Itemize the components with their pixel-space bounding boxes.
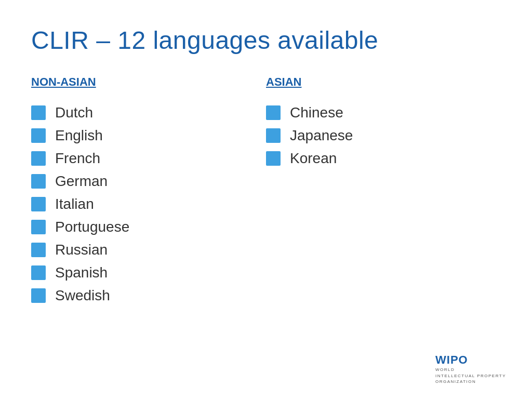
bullet-icon: [31, 243, 46, 257]
bullet-icon: [266, 105, 281, 120]
language-label: Portuguese: [55, 219, 129, 235]
language-label: Korean: [290, 150, 337, 167]
wipo-subtext-line3: ORGANIZATION: [435, 379, 476, 384]
wipo-main-text: WIPO: [435, 353, 468, 367]
language-label: Russian: [55, 242, 108, 258]
bullet-icon: [31, 151, 46, 166]
language-label: French: [55, 150, 100, 167]
bullet-icon: [31, 197, 46, 211]
language-label: Chinese: [290, 104, 343, 121]
list-item: Chinese: [266, 104, 501, 121]
content-columns: NON-ASIAN Dutch English French: [31, 75, 501, 310]
list-item: German: [31, 173, 266, 190]
bullet-icon: [31, 105, 46, 120]
bullet-icon: [31, 220, 46, 234]
asian-column: ASIAN Chinese Japanese Korean: [266, 75, 501, 310]
language-label: Swedish: [55, 287, 110, 304]
wipo-logo: WIPO WORLD INTELLECTUAL PROPERTY ORGANIZ…: [435, 353, 506, 384]
language-label: Dutch: [55, 104, 93, 121]
language-label: Spanish: [55, 264, 108, 281]
list-item: Italian: [31, 196, 266, 212]
wipo-subtext-line1: WORLD: [435, 367, 455, 373]
list-item: Japanese: [266, 127, 501, 144]
language-label: German: [55, 173, 108, 190]
asian-heading: ASIAN: [266, 75, 501, 89]
language-label: Japanese: [290, 127, 353, 144]
bullet-icon: [266, 128, 281, 143]
list-item: Russian: [31, 242, 266, 258]
list-item: Swedish: [31, 287, 266, 304]
list-item: English: [31, 127, 266, 144]
non-asian-column: NON-ASIAN Dutch English French: [31, 75, 266, 310]
language-label: English: [55, 127, 103, 144]
bullet-icon: [31, 265, 46, 280]
list-item: Dutch: [31, 104, 266, 121]
page-title: CLIR – 12 languages available: [31, 26, 501, 55]
bullet-icon: [266, 151, 281, 166]
non-asian-list: Dutch English French German: [31, 104, 266, 304]
list-item: Portuguese: [31, 219, 266, 235]
list-item: French: [31, 150, 266, 167]
list-item: Korean: [266, 150, 501, 167]
bullet-icon: [31, 128, 46, 143]
non-asian-heading: NON-ASIAN: [31, 75, 266, 89]
slide: CLIR – 12 languages available NON-ASIAN …: [0, 0, 532, 399]
language-label: Italian: [55, 196, 94, 212]
list-item: Spanish: [31, 264, 266, 281]
bullet-icon: [31, 174, 46, 189]
bullet-icon: [31, 288, 46, 303]
wipo-subtext-line2: INTELLECTUAL PROPERTY: [435, 373, 506, 379]
asian-list: Chinese Japanese Korean: [266, 104, 501, 167]
